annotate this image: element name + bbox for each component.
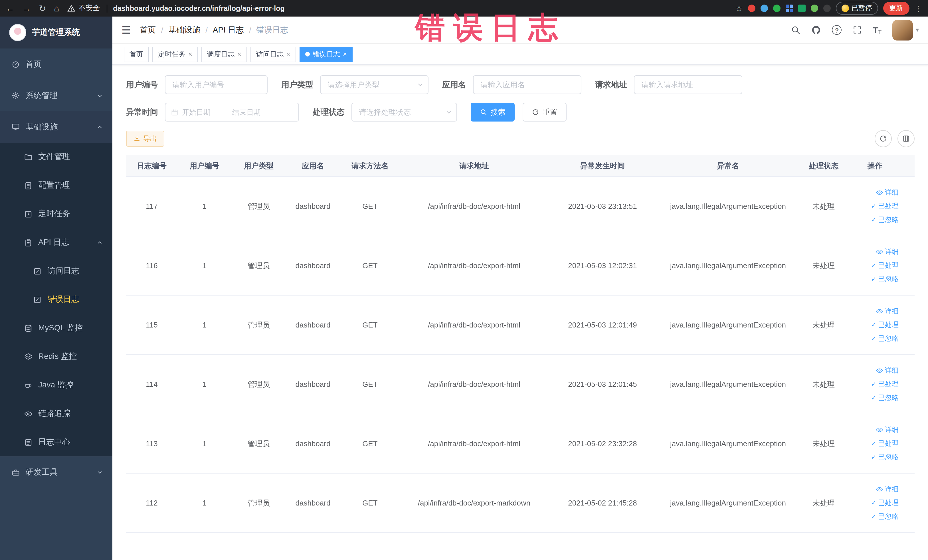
- user-menu[interactable]: ▾: [892, 20, 919, 40]
- detail-link[interactable]: 详细: [876, 484, 899, 494]
- end-date-input[interactable]: [232, 108, 273, 116]
- sidebar-item-label: MySQL 监控: [38, 323, 83, 333]
- sidebar-item-file-mgmt[interactable]: 文件管理: [0, 143, 112, 171]
- tab-access-log[interactable]: 访问日志 ×: [250, 46, 296, 62]
- close-icon[interactable]: ×: [343, 50, 347, 58]
- reload-icon[interactable]: ↻: [39, 3, 46, 14]
- browser-update-button[interactable]: 更新: [883, 2, 909, 15]
- fullscreen-icon[interactable]: [853, 25, 862, 35]
- detail-link[interactable]: 详细: [876, 366, 899, 375]
- close-icon[interactable]: ×: [188, 50, 192, 58]
- extension-icon[interactable]: [798, 5, 805, 12]
- sidebar-item-error-log[interactable]: 错误日志: [0, 285, 112, 314]
- mark-processed-link[interactable]: ✓ 已处理: [871, 201, 899, 211]
- extension-icon[interactable]: [810, 5, 818, 12]
- sidebar-item-mysql-monitor[interactable]: MySQL 监控: [0, 314, 112, 342]
- mark-ignored-link[interactable]: ✓ 已忽略: [871, 334, 899, 343]
- refresh-button[interactable]: [875, 130, 891, 147]
- profile-paused-badge[interactable]: 已暂停: [836, 2, 878, 15]
- cell-user-id: 1: [177, 202, 232, 211]
- sidebar-item-infrastructure[interactable]: 基础设施: [0, 111, 112, 143]
- app-name-input[interactable]: [473, 75, 582, 94]
- mark-processed-link[interactable]: ✓ 已处理: [871, 498, 899, 508]
- extension-icon[interactable]: [785, 5, 793, 12]
- sidebar-item-scheduled-jobs[interactable]: 定时任务: [0, 200, 112, 228]
- sidebar-logo[interactable]: 芋道管理系统: [0, 17, 112, 49]
- sidebar-item-redis-monitor[interactable]: Redis 监控: [0, 342, 112, 371]
- column-header: 操作: [848, 160, 902, 171]
- security-indicator[interactable]: 不安全: [67, 3, 100, 13]
- column-settings-button[interactable]: [897, 130, 914, 147]
- sidebar-item-system-mgmt[interactable]: 系统管理: [0, 80, 112, 111]
- mark-processed-link[interactable]: ✓ 已处理: [871, 439, 899, 449]
- cell-actions: 详细 ✓ 已处理 ✓ 已忽略: [848, 366, 902, 403]
- detail-link[interactable]: 详细: [876, 247, 899, 257]
- reset-button[interactable]: 重置: [523, 103, 566, 122]
- process-status-select[interactable]: [351, 103, 457, 122]
- mark-ignored-link[interactable]: ✓ 已忽略: [871, 452, 899, 462]
- extension-icon[interactable]: [760, 5, 768, 12]
- mark-processed-link[interactable]: ✓ 已处理: [871, 261, 899, 270]
- chevron-down-icon: [96, 469, 103, 476]
- tab-scheduled-jobs[interactable]: 定时任务 ×: [152, 46, 198, 62]
- sidebar-item-label: 错误日志: [47, 294, 79, 305]
- home-icon[interactable]: ⌂: [54, 3, 59, 13]
- mark-processed-link[interactable]: ✓ 已处理: [871, 379, 899, 389]
- extension-icon[interactable]: [748, 5, 755, 12]
- detail-link[interactable]: 详细: [876, 188, 899, 197]
- error-log-table: 日志编号用户编号用户类型应用名请求方法名请求地址异常发生时间异常名处理状态操作 …: [126, 155, 914, 533]
- sidebar-item-trace[interactable]: 链路追踪: [0, 400, 112, 428]
- search-button[interactable]: 搜索: [471, 103, 514, 122]
- sidebar-item-dev-tools[interactable]: 研发工具: [0, 456, 112, 488]
- request-url-input[interactable]: [634, 75, 742, 94]
- cell-user-id: 1: [177, 439, 232, 448]
- search-icon[interactable]: [791, 25, 801, 35]
- sidebar-item-home[interactable]: 首页: [0, 49, 112, 80]
- user-id-input[interactable]: [165, 75, 267, 94]
- mark-ignored-link[interactable]: ✓ 已忽略: [871, 393, 899, 403]
- columns-icon: [902, 135, 910, 143]
- viewport: ← → ↻ ⌂ 不安全 dashboard.yudao.iocoder.cn/i…: [0, 0, 928, 560]
- hamburger-icon[interactable]: ☰: [122, 24, 131, 36]
- mark-processed-link[interactable]: ✓ 已处理: [871, 320, 899, 330]
- user-type-select[interactable]: [320, 75, 429, 94]
- back-icon[interactable]: ←: [6, 3, 14, 13]
- extension-icon[interactable]: [773, 5, 780, 12]
- sidebar-item-java-monitor[interactable]: Java 监控: [0, 371, 112, 400]
- tab-home[interactable]: 首页: [124, 46, 149, 62]
- browser-menu-icon[interactable]: ⋮: [914, 4, 922, 13]
- start-date-input[interactable]: [182, 108, 223, 116]
- column-header: 请求方法名: [340, 160, 400, 171]
- mark-ignored-link[interactable]: ✓ 已忽略: [871, 275, 899, 284]
- close-icon[interactable]: ×: [237, 50, 241, 58]
- cell-request-url: /api/infra/db-doc/export-html: [400, 439, 548, 448]
- date-range-picker[interactable]: -: [165, 103, 299, 122]
- sidebar-item-log-center[interactable]: 日志中心: [0, 428, 112, 456]
- font-size-icon[interactable]: TT: [873, 25, 882, 35]
- breadcrumb-item[interactable]: 首页: [140, 25, 156, 35]
- avatar[interactable]: [892, 20, 913, 40]
- github-icon[interactable]: [812, 25, 821, 35]
- detail-link[interactable]: 详细: [876, 425, 899, 435]
- extension-icon[interactable]: [823, 5, 830, 12]
- sidebar-item-config-mgmt[interactable]: 配置管理: [0, 171, 112, 200]
- tab-error-log[interactable]: 错误日志 ×: [299, 46, 353, 62]
- breadcrumb-item[interactable]: 基础设施: [168, 25, 200, 35]
- forward-icon[interactable]: →: [22, 3, 31, 13]
- sidebar-item-label: Java 监控: [38, 380, 73, 390]
- cell-exception-name: java.lang.IllegalArgumentException: [657, 380, 799, 389]
- url-bar[interactable]: dashboard.yudao.iocoder.cn/infra/log/api…: [107, 4, 731, 12]
- export-button[interactable]: 导出: [126, 131, 164, 146]
- tab-schedule-log[interactable]: 调度日志 ×: [201, 46, 247, 62]
- bookmark-star-icon[interactable]: ☆: [736, 4, 743, 13]
- cell-exception-name: java.lang.IllegalArgumentException: [657, 202, 799, 211]
- sidebar-item-access-log[interactable]: 访问日志: [0, 257, 112, 285]
- top-navbar: ☰ 首页 / 基础设施 / API 日志 / 错误日志 ? TT: [112, 17, 928, 44]
- mark-ignored-link[interactable]: ✓ 已忽略: [871, 512, 899, 522]
- sidebar-item-api-log[interactable]: API 日志: [0, 228, 112, 257]
- close-icon[interactable]: ×: [286, 50, 290, 58]
- help-icon[interactable]: ?: [832, 25, 842, 35]
- detail-link[interactable]: 详细: [876, 307, 899, 316]
- mark-ignored-link[interactable]: ✓ 已忽略: [871, 215, 899, 225]
- breadcrumb-item[interactable]: API 日志: [213, 25, 244, 35]
